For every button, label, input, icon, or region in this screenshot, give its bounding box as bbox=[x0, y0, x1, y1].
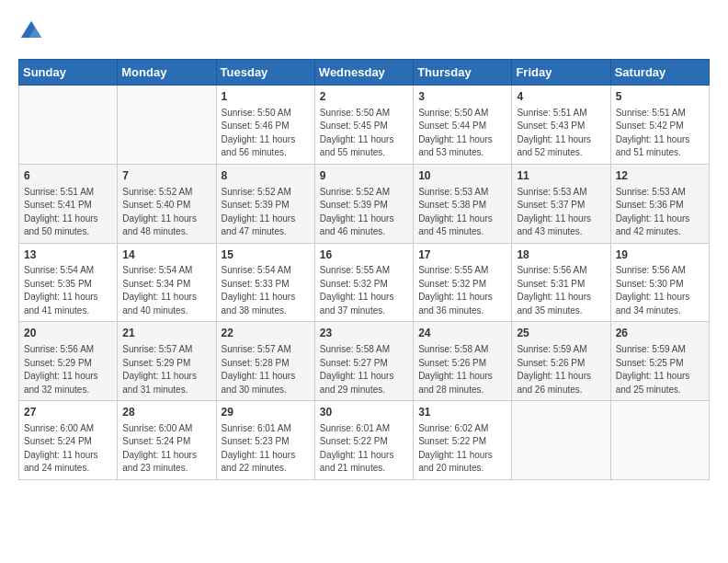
day-number: 14 bbox=[122, 247, 210, 263]
day-number: 20 bbox=[24, 326, 112, 341]
calendar-cell: 8Sunrise: 5:52 AMSunset: 5:39 PMDaylight… bbox=[216, 164, 314, 243]
calendar-cell: 6Sunrise: 5:51 AMSunset: 5:41 PMDaylight… bbox=[19, 164, 118, 243]
day-number: 5 bbox=[616, 89, 704, 105]
day-info: Sunrise: 5:59 AMSunset: 5:26 PMDaylight:… bbox=[517, 343, 605, 396]
calendar-cell bbox=[610, 401, 709, 480]
day-number: 11 bbox=[517, 168, 605, 184]
logo-icon bbox=[18, 18, 44, 44]
calendar-week-row: 6Sunrise: 5:51 AMSunset: 5:41 PMDaylight… bbox=[19, 164, 710, 243]
calendar-cell: 28Sunrise: 6:00 AMSunset: 5:24 PMDayligh… bbox=[118, 401, 216, 480]
day-number: 4 bbox=[517, 89, 605, 105]
day-info: Sunrise: 5:50 AMSunset: 5:45 PMDaylight:… bbox=[320, 107, 408, 160]
day-info: Sunrise: 5:55 AMSunset: 5:32 PMDaylight:… bbox=[418, 264, 506, 317]
day-number: 29 bbox=[222, 405, 310, 420]
day-number: 19 bbox=[616, 247, 704, 263]
day-number: 17 bbox=[418, 247, 506, 263]
calendar-cell: 22Sunrise: 5:57 AMSunset: 5:28 PMDayligh… bbox=[216, 322, 314, 401]
day-number: 31 bbox=[418, 405, 506, 420]
logo bbox=[18, 18, 48, 44]
calendar-cell bbox=[512, 401, 610, 480]
calendar-week-row: 20Sunrise: 5:56 AMSunset: 5:29 PMDayligh… bbox=[19, 322, 710, 401]
day-info: Sunrise: 5:58 AMSunset: 5:26 PMDaylight:… bbox=[418, 343, 506, 396]
day-info: Sunrise: 5:59 AMSunset: 5:25 PMDaylight:… bbox=[616, 343, 704, 396]
calendar-cell: 2Sunrise: 5:50 AMSunset: 5:45 PMDaylight… bbox=[314, 86, 413, 165]
calendar-cell: 21Sunrise: 5:57 AMSunset: 5:29 PMDayligh… bbox=[118, 322, 216, 401]
day-number: 3 bbox=[418, 89, 506, 105]
day-info: Sunrise: 5:52 AMSunset: 5:39 PMDaylight:… bbox=[222, 186, 310, 239]
day-info: Sunrise: 5:51 AMSunset: 5:41 PMDaylight:… bbox=[24, 186, 112, 239]
day-info: Sunrise: 6:01 AMSunset: 5:22 PMDaylight:… bbox=[320, 422, 408, 476]
day-header-saturday: Saturday bbox=[610, 60, 709, 86]
day-number: 18 bbox=[517, 247, 605, 263]
day-number: 27 bbox=[24, 405, 112, 420]
day-info: Sunrise: 5:52 AMSunset: 5:39 PMDaylight:… bbox=[320, 186, 408, 239]
day-info: Sunrise: 5:56 AMSunset: 5:30 PMDaylight:… bbox=[616, 264, 704, 317]
calendar-cell: 7Sunrise: 5:52 AMSunset: 5:40 PMDaylight… bbox=[118, 164, 216, 243]
calendar-cell: 5Sunrise: 5:51 AMSunset: 5:42 PMDaylight… bbox=[610, 86, 709, 165]
calendar-header-row: SundayMondayTuesdayWednesdayThursdayFrid… bbox=[19, 60, 710, 86]
day-number: 22 bbox=[222, 326, 310, 341]
calendar-cell: 24Sunrise: 5:58 AMSunset: 5:26 PMDayligh… bbox=[414, 322, 512, 401]
day-number: 7 bbox=[122, 168, 210, 184]
calendar-cell: 4Sunrise: 5:51 AMSunset: 5:43 PMDaylight… bbox=[512, 86, 610, 165]
calendar-week-row: 13Sunrise: 5:54 AMSunset: 5:35 PMDayligh… bbox=[19, 243, 710, 322]
day-number: 13 bbox=[24, 247, 112, 263]
calendar-cell: 26Sunrise: 5:59 AMSunset: 5:25 PMDayligh… bbox=[610, 322, 709, 401]
day-info: Sunrise: 5:50 AMSunset: 5:44 PMDaylight:… bbox=[418, 107, 506, 160]
day-info: Sunrise: 6:01 AMSunset: 5:23 PMDaylight:… bbox=[222, 422, 310, 476]
day-info: Sunrise: 5:51 AMSunset: 5:43 PMDaylight:… bbox=[517, 107, 605, 160]
calendar-cell: 15Sunrise: 5:54 AMSunset: 5:33 PMDayligh… bbox=[216, 243, 314, 322]
calendar-cell: 14Sunrise: 5:54 AMSunset: 5:34 PMDayligh… bbox=[118, 243, 216, 322]
day-info: Sunrise: 5:52 AMSunset: 5:40 PMDaylight:… bbox=[122, 186, 210, 239]
calendar-cell: 3Sunrise: 5:50 AMSunset: 5:44 PMDaylight… bbox=[414, 86, 512, 165]
calendar-cell: 12Sunrise: 5:53 AMSunset: 5:36 PMDayligh… bbox=[610, 164, 709, 243]
calendar-cell: 23Sunrise: 5:58 AMSunset: 5:27 PMDayligh… bbox=[314, 322, 413, 401]
calendar-cell bbox=[19, 86, 118, 165]
day-number: 9 bbox=[320, 168, 408, 184]
day-info: Sunrise: 5:56 AMSunset: 5:31 PMDaylight:… bbox=[517, 264, 605, 317]
calendar-table: SundayMondayTuesdayWednesdayThursdayFrid… bbox=[18, 59, 710, 480]
calendar-cell: 30Sunrise: 6:01 AMSunset: 5:22 PMDayligh… bbox=[314, 401, 413, 480]
day-info: Sunrise: 5:58 AMSunset: 5:27 PMDaylight:… bbox=[320, 343, 408, 396]
calendar-cell: 25Sunrise: 5:59 AMSunset: 5:26 PMDayligh… bbox=[512, 322, 610, 401]
day-header-wednesday: Wednesday bbox=[314, 60, 413, 86]
day-info: Sunrise: 5:51 AMSunset: 5:42 PMDaylight:… bbox=[616, 107, 704, 160]
day-info: Sunrise: 5:57 AMSunset: 5:28 PMDaylight:… bbox=[222, 343, 310, 396]
day-info: Sunrise: 5:50 AMSunset: 5:46 PMDaylight:… bbox=[222, 107, 310, 160]
day-number: 10 bbox=[418, 168, 506, 184]
calendar-cell: 13Sunrise: 5:54 AMSunset: 5:35 PMDayligh… bbox=[19, 243, 118, 322]
calendar-cell: 10Sunrise: 5:53 AMSunset: 5:38 PMDayligh… bbox=[414, 164, 512, 243]
day-header-monday: Monday bbox=[118, 60, 216, 86]
calendar-week-row: 1Sunrise: 5:50 AMSunset: 5:46 PMDaylight… bbox=[19, 86, 710, 165]
calendar-week-row: 27Sunrise: 6:00 AMSunset: 5:24 PMDayligh… bbox=[19, 401, 710, 480]
calendar-cell: 9Sunrise: 5:52 AMSunset: 5:39 PMDaylight… bbox=[314, 164, 413, 243]
calendar-cell: 19Sunrise: 5:56 AMSunset: 5:30 PMDayligh… bbox=[610, 243, 709, 322]
day-number: 1 bbox=[222, 89, 310, 105]
day-info: Sunrise: 5:56 AMSunset: 5:29 PMDaylight:… bbox=[24, 343, 112, 396]
day-number: 26 bbox=[616, 326, 704, 341]
day-header-sunday: Sunday bbox=[19, 60, 118, 86]
day-info: Sunrise: 5:53 AMSunset: 5:36 PMDaylight:… bbox=[616, 186, 704, 239]
day-info: Sunrise: 6:00 AMSunset: 5:24 PMDaylight:… bbox=[24, 422, 112, 476]
calendar-cell: 29Sunrise: 6:01 AMSunset: 5:23 PMDayligh… bbox=[216, 401, 314, 480]
day-info: Sunrise: 5:57 AMSunset: 5:29 PMDaylight:… bbox=[122, 343, 210, 396]
day-number: 16 bbox=[320, 247, 408, 263]
day-number: 23 bbox=[320, 326, 408, 341]
calendar-cell: 31Sunrise: 6:02 AMSunset: 5:22 PMDayligh… bbox=[414, 401, 512, 480]
day-number: 28 bbox=[122, 405, 210, 420]
day-info: Sunrise: 5:53 AMSunset: 5:37 PMDaylight:… bbox=[517, 186, 605, 239]
day-number: 30 bbox=[320, 405, 408, 420]
day-header-thursday: Thursday bbox=[414, 60, 512, 86]
day-info: Sunrise: 5:53 AMSunset: 5:38 PMDaylight:… bbox=[418, 186, 506, 239]
day-number: 6 bbox=[24, 168, 112, 184]
day-number: 2 bbox=[320, 89, 408, 105]
day-info: Sunrise: 5:54 AMSunset: 5:35 PMDaylight:… bbox=[24, 264, 112, 317]
calendar-cell: 20Sunrise: 5:56 AMSunset: 5:29 PMDayligh… bbox=[19, 322, 118, 401]
day-number: 21 bbox=[122, 326, 210, 341]
page-header bbox=[18, 18, 710, 44]
day-info: Sunrise: 6:02 AMSunset: 5:22 PMDaylight:… bbox=[418, 422, 506, 476]
day-info: Sunrise: 5:54 AMSunset: 5:33 PMDaylight:… bbox=[222, 264, 310, 317]
calendar-cell: 17Sunrise: 5:55 AMSunset: 5:32 PMDayligh… bbox=[414, 243, 512, 322]
day-header-tuesday: Tuesday bbox=[216, 60, 314, 86]
day-info: Sunrise: 5:55 AMSunset: 5:32 PMDaylight:… bbox=[320, 264, 408, 317]
